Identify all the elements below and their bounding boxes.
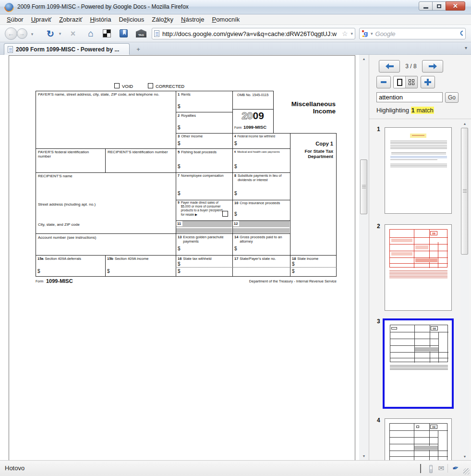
scroll-down-icon[interactable]: ▼ — [359, 454, 369, 458]
url-bar[interactable]: ☆ ▾ — [152, 28, 355, 39]
menu-label-part: istória — [95, 16, 111, 23]
zoom-out-button[interactable] — [376, 76, 391, 88]
url-dropdown-icon[interactable]: ▾ — [350, 31, 353, 36]
thumbnails-scrollbar[interactable]: ▲ ▼ — [460, 120, 469, 460]
highlight-status: Highlighting 1 match — [376, 107, 434, 114]
delicious-status-button[interactable] — [420, 464, 421, 473]
search-icon[interactable] — [460, 30, 463, 37]
reload-dropdown[interactable]: ▾ — [58, 31, 62, 36]
single-page-view-button[interactable] — [394, 76, 405, 88]
url-input[interactable] — [162, 30, 342, 37]
menu-label-part: praviť — [36, 16, 51, 23]
thumb-link-lines — [390, 156, 447, 159]
scroll-down-icon[interactable]: ▼ — [460, 455, 469, 458]
go-button[interactable]: Go — [445, 92, 459, 103]
account-number-label: Account number (see instructions) — [38, 235, 96, 240]
menu-item-pomocnik[interactable]: Pomocník — [208, 15, 243, 24]
back-forward-group: ← → ▾ — [5, 27, 38, 40]
menu-item-historia[interactable]: História — [86, 15, 115, 24]
menu-label-part: ky — [167, 16, 173, 23]
single-page-icon — [397, 79, 402, 86]
web-search-input[interactable] — [375, 30, 460, 37]
mail-status-button[interactable]: ✉ — [438, 464, 444, 473]
new-tab-button[interactable]: + — [133, 45, 144, 54]
forward-button[interactable]: → — [17, 28, 27, 39]
maximize-button[interactable] — [432, 1, 446, 11]
footer-form-word: Form — [36, 280, 43, 283]
sidebar-divider — [369, 119, 471, 119]
home-button[interactable]: ⌂ — [85, 27, 97, 40]
corrected-checkbox — [148, 83, 153, 88]
box16-dollar-1: $ — [178, 261, 181, 267]
bookmark-star-icon[interactable]: ☆ — [342, 30, 348, 37]
arrow-right-icon — [429, 63, 437, 69]
menu-item-subor[interactable]: Súbor — [3, 15, 27, 24]
zoom-in-button[interactable] — [421, 76, 435, 88]
window-title: 2009 Form 1099-MISC - Powered by Google … — [17, 3, 189, 10]
thumbnails-scrollbar-thumb[interactable] — [461, 128, 468, 255]
form-grid-line — [176, 133, 337, 134]
menu-item-nastroje[interactable]: Nástroje — [177, 15, 208, 24]
void-label: VOID — [122, 84, 133, 89]
back-button[interactable]: ← — [5, 27, 17, 40]
reload-button[interactable]: ↻ — [45, 28, 56, 39]
grid-view-button[interactable] — [405, 76, 417, 88]
form-dotted-line — [176, 267, 337, 268]
box12-shaded: 12 — [233, 221, 290, 227]
scroll-up-icon[interactable]: ▲ — [460, 122, 469, 125]
grid-view-icon — [409, 79, 414, 85]
omb-form-word: Form — [234, 126, 242, 129]
bookmark-addon-button[interactable] — [120, 29, 128, 37]
status-text: Hotovo — [5, 464, 24, 472]
menu-item-upravit[interactable]: Upraviť — [27, 15, 55, 24]
scroll-up-icon[interactable]: ▲ — [359, 57, 369, 61]
menu-label-part: icious — [128, 16, 144, 23]
tab-active[interactable]: 2009 Form 1099-MISC - Powered by ... — [4, 43, 130, 55]
box13-label: 13Excess golden parachute payments — [178, 235, 230, 244]
search-bar[interactable]: g ▾ — [359, 28, 466, 39]
page-indicator: 3 / 8 — [401, 63, 421, 70]
thumbnail-page-2[interactable]: 09 — [385, 224, 452, 311]
delicious-toolbar-button[interactable] — [103, 29, 111, 37]
tag-addon-button[interactable]: TAG — [136, 29, 146, 37]
form-grid-line — [336, 133, 337, 277]
resize-grip[interactable] — [463, 468, 470, 475]
box14-label: 14Gross proceeds paid to an attorney — [234, 235, 285, 244]
box5-label: 5Fishing boat proceeds — [178, 150, 217, 154]
thumbnail-page-3-selected[interactable]: 09 — [383, 318, 454, 409]
menu-item-zalozky[interactable]: Záložky — [148, 15, 177, 24]
document-scrollbar-thumb[interactable] — [360, 159, 367, 214]
street-address-label: Street address (including apt. no.) — [38, 202, 96, 207]
stop-button[interactable]: × — [67, 28, 79, 39]
document-scrollbar[interactable]: ▲ ▼ — [359, 55, 369, 460]
thumb-text-lines — [390, 141, 447, 150]
omb-number: OMB No. 1545-0115 — [233, 93, 273, 97]
thumbnail-page-4[interactable]: 09 — [385, 418, 452, 460]
document-viewport: VOID CORRECTED — [0, 55, 359, 460]
addon-status-button[interactable]: * — [429, 464, 433, 473]
box16-dollar-2: $ — [178, 269, 181, 274]
next-page-button[interactable] — [422, 60, 443, 73]
menu-label-part: obraziť — [63, 16, 82, 23]
envelope-icon: ✉ — [438, 464, 444, 472]
menu-item-zobrazit[interactable]: Zobraziť — [55, 15, 86, 24]
document-search-input[interactable] — [376, 92, 443, 102]
title-bar: 2009 Form 1099-MISC - Powered by Google … — [0, 0, 471, 14]
thumbnail-page-1[interactable] — [385, 127, 452, 214]
box18-dollar-1: $ — [292, 261, 295, 267]
minimize-button[interactable] — [419, 1, 433, 11]
recent-pages-dropdown[interactable]: ▾ — [30, 32, 35, 37]
search-engine-dropdown[interactable]: ▾ — [371, 31, 373, 36]
box11-shaded-band — [176, 228, 232, 233]
quill-status-button[interactable]: ✒ — [451, 463, 459, 474]
thumb-text-lines — [391, 152, 446, 155]
form-grid-line — [290, 133, 290, 277]
close-button[interactable]: ✕ — [446, 1, 465, 11]
menu-label-part: Z — [59, 16, 63, 23]
delicious-icon — [103, 29, 111, 37]
menu-item-delicious[interactable]: Delicious — [115, 15, 148, 24]
copy-designation: Copy 1 For State Tax Department — [291, 141, 333, 159]
tab-list-dropdown[interactable]: ▾ — [465, 45, 467, 50]
box11-shaded: 11 — [176, 221, 232, 227]
previous-page-button[interactable] — [379, 60, 400, 73]
